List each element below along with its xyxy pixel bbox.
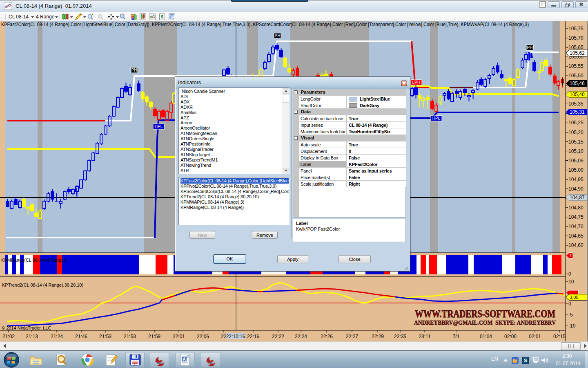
svg-text:-64-: -64- xyxy=(133,363,138,365)
svg-text:0: 0 xyxy=(568,271,571,277)
svg-text:22:10:16: 22:10:16 xyxy=(226,334,245,339)
svg-text:105,55: 105,55 xyxy=(568,63,584,69)
svg-text:105,46: 105,46 xyxy=(570,81,585,86)
svg-text:22:29: 22:29 xyxy=(372,334,384,339)
svg-text:S: S xyxy=(524,358,527,364)
svg-text:22:06: 22:06 xyxy=(197,334,209,339)
svg-text:21:53: 21:53 xyxy=(99,334,111,339)
svg-text:WWW.TRADERS-SOFTWARE.COM: WWW.TRADERS-SOFTWARE.COM xyxy=(415,308,555,320)
svg-text:104,65: 104,65 xyxy=(568,233,584,239)
svg-text:-5: -5 xyxy=(568,312,573,318)
svg-text:105,15: 105,15 xyxy=(568,139,584,145)
svg-text:104,75: 104,75 xyxy=(568,214,584,220)
svg-text:105,40: 105,40 xyxy=(570,92,585,97)
svg-text:HPL: HPL xyxy=(155,124,163,129)
svg-text:PH: PH xyxy=(131,68,137,72)
svg-text:105,10: 105,10 xyxy=(568,148,584,154)
svg-text:21:13: 21:13 xyxy=(26,334,38,339)
svg-text:105,31: 105,31 xyxy=(570,109,585,115)
svg-text:21:53: 21:53 xyxy=(124,334,136,339)
svg-text:ANDREYBBRV@GMAIL.COM SKYPE: A: ANDREYBBRV@GMAIL.COM SKYPE: ANDREYBBRV xyxy=(414,320,556,326)
svg-text:21:24: 21:24 xyxy=(51,334,63,339)
svg-text:HPL: HPL xyxy=(432,116,441,121)
svg-text:02:01: 02:01 xyxy=(529,334,541,339)
svg-text:© 2014 NinjaTrader, LLC: © 2014 NinjaTrader, LLC xyxy=(2,325,51,330)
svg-text:105,75: 105,75 xyxy=(568,26,584,31)
svg-text:105,50: 105,50 xyxy=(568,73,584,79)
svg-text:10: 10 xyxy=(568,279,574,285)
svg-text:104,95: 104,95 xyxy=(568,177,584,182)
svg-text:105,05: 105,05 xyxy=(568,158,584,164)
svg-text:01:04: 01:04 xyxy=(480,334,492,339)
svg-text:105,62: 105,62 xyxy=(570,50,585,56)
svg-text:105,70: 105,70 xyxy=(568,35,584,41)
svg-text:104,90: 104,90 xyxy=(568,186,584,192)
svg-text:LPH: LPH xyxy=(412,80,420,85)
svg-text:PH: PH xyxy=(275,34,281,38)
svg-text:PH: PH xyxy=(527,45,533,50)
svg-text:104,87: 104,87 xyxy=(570,195,585,200)
svg-text:7/1: 7/1 xyxy=(453,334,460,339)
svg-text:104,70: 104,70 xyxy=(568,224,584,229)
svg-text:KPTrend2(CL 08-14 (4 Range),30: KPTrend2(CL 08-14 (4 Range),30,20,10) xyxy=(2,283,83,287)
svg-text:21:02: 21:02 xyxy=(2,334,15,339)
svg-text:105,35: 105,35 xyxy=(568,101,584,107)
svg-text:02:15: 02:15 xyxy=(553,334,566,339)
svg-text:105,25: 105,25 xyxy=(568,120,584,126)
svg-text:22:26: 22:26 xyxy=(321,334,333,339)
svg-text:0: 0 xyxy=(568,301,571,307)
svg-text:22:35: 22:35 xyxy=(394,334,406,339)
svg-text:105,20: 105,20 xyxy=(568,130,584,135)
svg-text:22:16: 22:16 xyxy=(247,334,259,339)
svg-text:21:46: 21:46 xyxy=(75,334,87,339)
svg-text:22:22: 22:22 xyxy=(272,334,284,339)
svg-text:105,65: 105,65 xyxy=(568,45,584,50)
svg-text:3,05: 3,05 xyxy=(570,295,578,300)
svg-text:104,80: 104,80 xyxy=(568,205,584,211)
svg-text:21:59: 21:59 xyxy=(148,334,160,339)
svg-text:1: 1 xyxy=(570,254,572,258)
svg-text:22:27: 22:27 xyxy=(346,334,358,339)
svg-text:A: A xyxy=(183,357,185,361)
svg-text:KPMRange(CL 08-14 (4 Range)): KPMRange(CL 08-14 (4 Range)) xyxy=(1,258,67,263)
svg-text:-10: -10 xyxy=(568,323,576,329)
svg-text:22:24: 22:24 xyxy=(295,334,307,339)
svg-text:23:11: 23:11 xyxy=(419,334,430,339)
svg-text:104,60: 104,60 xyxy=(568,242,584,248)
svg-text:KPFast2Color(CL 08-14 (4 Range: KPFast2Color(CL 08-14 (4 Range),Color [L… xyxy=(1,22,529,27)
svg-text:02:00: 02:00 xyxy=(504,334,517,339)
svg-text:$: $ xyxy=(161,14,163,19)
svg-text:105,00: 105,00 xyxy=(568,167,584,173)
svg-text:22:01: 22:01 xyxy=(173,334,185,339)
